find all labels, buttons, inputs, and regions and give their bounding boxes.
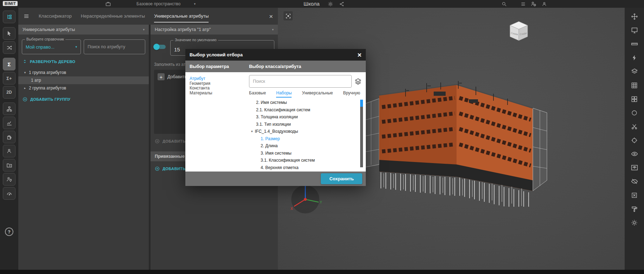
chevron-down-icon: ▾ bbox=[251, 130, 253, 133]
search-icon[interactable] bbox=[501, 1, 507, 7]
param-option-materials[interactable]: Материалы bbox=[185, 91, 246, 96]
table-grid-icon[interactable] bbox=[629, 80, 640, 91]
select-cursor-icon[interactable] bbox=[3, 27, 15, 40]
user-location-icon[interactable] bbox=[3, 173, 15, 186]
attributes-panel-header[interactable]: Универсальные атрибуты ▾ bbox=[18, 25, 149, 35]
view-2d-icon[interactable]: 2D bbox=[3, 86, 15, 99]
model-tree-icon[interactable] bbox=[3, 11, 15, 23]
attribute-search-input[interactable] bbox=[84, 40, 145, 54]
account-icon[interactable] bbox=[541, 1, 547, 7]
attribute-row[interactable]: 3. Имя системы bbox=[249, 150, 362, 157]
default-value-toggle[interactable] bbox=[154, 44, 166, 49]
circle-tool-icon[interactable] bbox=[629, 107, 640, 118]
structure-icon[interactable] bbox=[3, 102, 15, 115]
view-settings-icon[interactable] bbox=[629, 217, 640, 228]
modal-search-input[interactable] bbox=[249, 75, 351, 87]
add-group-label: ДОБАВИТЬ ГРУППУ bbox=[30, 97, 70, 101]
plugins-icon[interactable] bbox=[3, 131, 15, 143]
reference-select[interactable]: Выберите справочник Мой справо... ▾ bbox=[22, 39, 81, 54]
tree-attribute-row[interactable]: 1 атр bbox=[18, 76, 149, 84]
tree-group-row[interactable]: ▸ 2 группа атрибутов bbox=[18, 84, 149, 92]
tab-unassigned-elements[interactable]: Нераспределённые элементы bbox=[81, 8, 145, 25]
building-model[interactable] bbox=[353, 75, 550, 208]
connections-icon[interactable] bbox=[3, 41, 15, 54]
tab-manual[interactable]: Вручную bbox=[343, 91, 360, 98]
attribute-label: 3. Толщина изоляции bbox=[256, 114, 298, 119]
app-logo[interactable]: BIMIT bbox=[3, 1, 18, 6]
tree-group-row[interactable]: ▾ 1 группа атрибутов bbox=[18, 69, 149, 76]
parameter-type-list: Атрибут Геометрия Константа Материалы bbox=[185, 72, 246, 172]
attribute-row[interactable]: 3. Толщина изоляции bbox=[249, 113, 362, 121]
move-tool-icon[interactable] bbox=[629, 11, 640, 22]
target-icon[interactable] bbox=[629, 135, 640, 145]
panel-menu-icon[interactable] bbox=[23, 13, 30, 19]
paint-roller-icon[interactable] bbox=[629, 204, 640, 214]
class-column-header: Выбор класса/атрибута bbox=[246, 64, 301, 69]
visibility-eye-icon[interactable] bbox=[629, 149, 640, 159]
workspace-selector[interactable]: Базовое пространство ▾ bbox=[136, 0, 196, 8]
topbar: BIMIT Базовое пространство ▾ Школа bbox=[0, 0, 644, 8]
attribute-row-selected[interactable]: 1. Размер bbox=[249, 135, 362, 143]
attribute-source-tabs: Базовые Наборы Универсальные Вручную bbox=[249, 91, 362, 98]
visibility-off-icon[interactable] bbox=[629, 176, 640, 187]
tab-basic[interactable]: Базовые bbox=[249, 91, 266, 98]
attribute-label: 2. Длина bbox=[261, 143, 278, 148]
modal-search-row bbox=[249, 75, 362, 88]
tab-classifier[interactable]: Классификатор bbox=[39, 8, 72, 25]
tab-universal-attributes[interactable]: Универсальные атрибуты bbox=[154, 8, 209, 25]
right-toolbar bbox=[625, 8, 644, 270]
attribute-row[interactable]: 2. Имя системы bbox=[249, 99, 362, 106]
briefcase-icon[interactable] bbox=[105, 1, 111, 7]
save-button[interactable]: Сохранить bbox=[321, 173, 362, 184]
tab-universal[interactable]: Универсальные bbox=[302, 91, 333, 98]
account-clock-icon[interactable] bbox=[530, 1, 537, 7]
param-option-constant[interactable]: Константа bbox=[185, 86, 246, 91]
attribute-row[interactable]: 2. Длина bbox=[249, 142, 362, 150]
axis-y-label: Y bbox=[320, 200, 322, 204]
sum-add-icon[interactable]: Σ+ bbox=[3, 72, 15, 85]
help-button[interactable]: ? bbox=[5, 228, 13, 236]
menu-list-icon[interactable] bbox=[520, 1, 526, 7]
toggle-knob bbox=[153, 44, 160, 50]
sum-icon[interactable]: Σ bbox=[3, 58, 15, 70]
screen-select-icon[interactable] bbox=[629, 25, 640, 36]
navigation-cube[interactable]: Слева Сзади bbox=[506, 19, 532, 44]
windows-grid-icon[interactable] bbox=[629, 94, 640, 104]
param-option-geometry[interactable]: Геометрия bbox=[185, 81, 246, 86]
cut-scissors-icon[interactable] bbox=[629, 121, 640, 132]
param-option-attribute[interactable]: Атрибут bbox=[185, 76, 246, 81]
isolate-box-icon[interactable] bbox=[629, 190, 640, 200]
panel-close-icon[interactable]: × bbox=[269, 13, 273, 20]
tab-sets[interactable]: Наборы bbox=[276, 91, 292, 98]
settings-panel-header[interactable]: Настройка атрибута "1 атр" ▾ bbox=[151, 25, 278, 35]
attributes-panel-title: Универсальные атрибуты bbox=[23, 27, 75, 32]
visibility-box-icon[interactable] bbox=[629, 162, 640, 173]
list-scrollbar[interactable] bbox=[360, 100, 363, 167]
ruler-icon[interactable] bbox=[629, 39, 640, 49]
shared-folder-icon[interactable] bbox=[3, 159, 15, 172]
attribute-row[interactable]: 3.1. Тип изоляции bbox=[249, 121, 362, 128]
expand-tree-button[interactable]: РАЗВЕРНУТЬ ДЕРЕВО bbox=[18, 54, 149, 67]
add-group-button[interactable]: ДОБАВИТЬ ГРУППУ bbox=[18, 92, 149, 105]
share-icon[interactable] bbox=[338, 1, 345, 7]
chevron-down-icon: ▾ bbox=[75, 45, 77, 49]
settings-gear-icon[interactable] bbox=[327, 1, 333, 7]
attribute-row[interactable]: 4. Верхняя отметка bbox=[249, 164, 362, 172]
selection-conditions-modal: Выбор условий отбора × Выбор параметра В… bbox=[185, 49, 366, 186]
dashboard-gauge-icon[interactable] bbox=[3, 187, 15, 200]
layers-icon[interactable] bbox=[629, 66, 640, 77]
axis-gizmo[interactable]: X Y Z bbox=[287, 181, 324, 219]
section-bolt-icon[interactable] bbox=[629, 52, 640, 63]
graph-icon[interactable] bbox=[3, 117, 15, 129]
scrollbar-thumb[interactable] bbox=[360, 100, 363, 107]
layers-icon[interactable] bbox=[355, 78, 362, 85]
screenshot-icon[interactable] bbox=[283, 11, 293, 20]
attribute-row[interactable]: 3.1. Классификация систем bbox=[249, 157, 362, 164]
panel-tabstrip: Классификатор Нераспределённые элементы … bbox=[18, 8, 278, 25]
modal-close-icon[interactable]: × bbox=[357, 51, 362, 58]
user-icon[interactable] bbox=[3, 145, 15, 157]
attribute-group-row[interactable]: ▾ IFC_1.4_Воздуховоды bbox=[249, 128, 362, 135]
param-column-header: Выбор параметра bbox=[185, 64, 246, 69]
left-toolbar: Σ Σ+ 2D ? bbox=[0, 8, 18, 270]
attribute-row[interactable]: 2.1. Классификация систем bbox=[249, 106, 362, 114]
